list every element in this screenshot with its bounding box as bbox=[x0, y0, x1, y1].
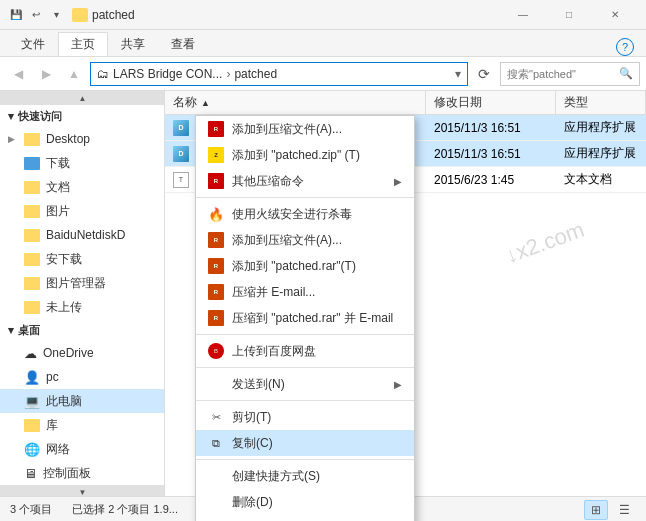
menu-upload-baidu[interactable]: B 上传到百度网盘 bbox=[196, 338, 414, 364]
empty-icon bbox=[208, 376, 224, 392]
sidebar-quick-access[interactable]: ▾ 快速访问 bbox=[0, 105, 164, 127]
tab-home[interactable]: 主页 bbox=[58, 32, 108, 56]
window-title: patched bbox=[92, 8, 500, 22]
menu-separator bbox=[196, 197, 414, 198]
sidebar-item-download[interactable]: 下载 bbox=[0, 151, 164, 175]
sidebar-label-desktop: Desktop bbox=[46, 132, 90, 146]
path-current[interactable]: patched bbox=[234, 67, 277, 81]
txt-icon: T bbox=[173, 172, 189, 188]
sidebar-item-network[interactable]: 🌐 网络 bbox=[0, 437, 164, 461]
menu-label: 添加到 "patched.rar"(T) bbox=[232, 258, 402, 275]
menu-compress-email[interactable]: R 压缩并 E-mail... bbox=[196, 279, 414, 305]
menu-separator bbox=[196, 459, 414, 460]
path-dropdown[interactable]: ▾ bbox=[455, 67, 461, 81]
ribbon: 文件 主页 共享 查看 ? bbox=[0, 30, 646, 57]
up-button[interactable]: ▲ bbox=[62, 62, 86, 86]
network-icon: 🌐 bbox=[24, 442, 40, 457]
sidebar-label-baidu: BaiduNetdiskD bbox=[46, 228, 125, 242]
sidebar-label-library: 库 bbox=[46, 417, 58, 434]
forward-button[interactable]: ▶ bbox=[34, 62, 58, 86]
bd-icon: B bbox=[208, 343, 224, 359]
col-header-type[interactable]: 类型 bbox=[556, 91, 646, 114]
sidebar-scroll-down[interactable]: ▼ bbox=[0, 485, 165, 496]
minimize-button[interactable]: — bbox=[500, 0, 546, 30]
menu-send-to[interactable]: 发送到(N) ▶ bbox=[196, 371, 414, 397]
status-view-controls: ⊞ ☰ bbox=[584, 500, 636, 520]
path-icon: 🗂 bbox=[97, 67, 109, 81]
address-path[interactable]: 🗂 LARS Bridge CON... › patched ▾ bbox=[90, 62, 468, 86]
path-root[interactable]: LARS Bridge CON... bbox=[113, 67, 222, 81]
menu-more-compress[interactable]: R 其他压缩命令 ▶ bbox=[196, 168, 414, 194]
refresh-button[interactable]: ⟳ bbox=[472, 62, 496, 86]
menu-fire-scan[interactable]: 🔥 使用火绒安全进行杀毒 bbox=[196, 201, 414, 227]
maximize-button[interactable]: □ bbox=[546, 0, 592, 30]
folder-icon-adl bbox=[24, 253, 40, 266]
sidebar-label-docs: 文档 bbox=[46, 179, 70, 196]
tab-share[interactable]: 共享 bbox=[108, 32, 158, 56]
menu-label: 压缩并 E-mail... bbox=[232, 284, 402, 301]
help-button[interactable]: ? bbox=[616, 38, 634, 56]
save-icon[interactable]: 💾 bbox=[8, 7, 24, 23]
file-list-header: 名称 ▲ 修改日期 类型 bbox=[165, 91, 646, 115]
menu-create-shortcut[interactable]: 创建快捷方式(S) bbox=[196, 463, 414, 489]
view-grid-button[interactable]: ⊞ bbox=[584, 500, 608, 520]
sidebar-arrow: ▶ bbox=[8, 134, 18, 144]
menu-compress-rar-email[interactable]: R 压缩到 "patched.rar" 并 E-mail bbox=[196, 305, 414, 331]
file-date: 2015/6/23 1:45 bbox=[426, 173, 556, 187]
sort-icon: ▲ bbox=[201, 98, 210, 108]
folder-icon-desktop bbox=[24, 133, 40, 146]
sidebar-desktop-section[interactable]: ▾ 桌面 bbox=[0, 319, 164, 341]
folder-icon-imgmgr bbox=[24, 277, 40, 290]
cut-icon: ✂ bbox=[208, 409, 224, 425]
menu-label: 添加到压缩文件(A)... bbox=[232, 232, 402, 249]
sidebar-item-onedrive[interactable]: ☁ OneDrive bbox=[0, 341, 164, 365]
sidebar-item-docs[interactable]: 文档 bbox=[0, 175, 164, 199]
back-button[interactable]: ◀ bbox=[6, 62, 30, 86]
sidebar-item-thispc[interactable]: 💻 此电脑 bbox=[0, 389, 164, 413]
rar-icon2: R bbox=[208, 232, 224, 248]
menu-add-to-zip[interactable]: Z 添加到 "patched.zip" (T) bbox=[196, 142, 414, 168]
menu-cut[interactable]: ✂ 剪切(T) bbox=[196, 404, 414, 430]
sidebar-item-adl[interactable]: 安下载 bbox=[0, 247, 164, 271]
sidebar-item-library[interactable]: 库 bbox=[0, 413, 164, 437]
col-header-name[interactable]: 名称 ▲ bbox=[165, 91, 426, 114]
rar-icon3: R bbox=[208, 258, 224, 274]
menu-add-to-archive[interactable]: R 添加到压缩文件(A)... bbox=[196, 116, 414, 142]
user-icon: 👤 bbox=[24, 370, 40, 385]
tab-file[interactable]: 文件 bbox=[8, 32, 58, 56]
sidebar-scroll-up[interactable]: ▲ bbox=[0, 91, 165, 105]
sidebar-item-baidu[interactable]: BaiduNetdiskD bbox=[0, 223, 164, 247]
folder-icon-notuploaded bbox=[24, 301, 40, 314]
file-date: 2015/11/3 16:51 bbox=[426, 121, 556, 135]
search-box[interactable]: 🔍 bbox=[500, 62, 640, 86]
sidebar-item-pics[interactable]: 图片 bbox=[0, 199, 164, 223]
sidebar-item-notuploaded[interactable]: 未上传 bbox=[0, 295, 164, 319]
sidebar-item-imgmgr[interactable]: 图片管理器 bbox=[0, 271, 164, 295]
menu-rename[interactable]: 重命名(M) bbox=[196, 515, 414, 521]
down-arrow-icon[interactable]: ▾ bbox=[48, 7, 64, 23]
path-sep: › bbox=[226, 67, 230, 81]
menu-delete[interactable]: 删除(D) bbox=[196, 489, 414, 515]
col-header-date[interactable]: 修改日期 bbox=[426, 91, 556, 114]
menu-add-to-rar[interactable]: R 添加到 "patched.rar"(T) bbox=[196, 253, 414, 279]
shortcut-icon bbox=[208, 468, 224, 484]
sidebar-item-desktop[interactable]: ▶ Desktop bbox=[0, 127, 164, 151]
file-type: 文本文档 bbox=[556, 171, 646, 188]
undo-icon[interactable]: ↩ bbox=[28, 7, 44, 23]
chevron-icon: ▾ bbox=[8, 110, 14, 123]
close-button[interactable]: ✕ bbox=[592, 0, 638, 30]
chevron-icon-desk: ▾ bbox=[8, 324, 14, 337]
menu-copy[interactable]: ⧉ 复制(C) bbox=[196, 430, 414, 456]
ribbon-tabs: 文件 主页 共享 查看 ? bbox=[0, 30, 646, 56]
tab-view[interactable]: 查看 bbox=[158, 32, 208, 56]
search-input[interactable] bbox=[507, 68, 615, 80]
window-controls: — □ ✕ bbox=[500, 0, 638, 30]
sidebar-item-pc[interactable]: 👤 pc bbox=[0, 365, 164, 389]
menu-add-to-archive2[interactable]: R 添加到压缩文件(A)... bbox=[196, 227, 414, 253]
dll-icon: D bbox=[173, 146, 189, 162]
sidebar-label-network: 网络 bbox=[46, 441, 70, 458]
view-list-button[interactable]: ☰ bbox=[612, 500, 636, 520]
menu-label: 发送到(N) bbox=[232, 376, 386, 393]
folder-icon-pics bbox=[24, 205, 40, 218]
sidebar-item-controlpanel[interactable]: 🖥 控制面板 bbox=[0, 461, 164, 485]
